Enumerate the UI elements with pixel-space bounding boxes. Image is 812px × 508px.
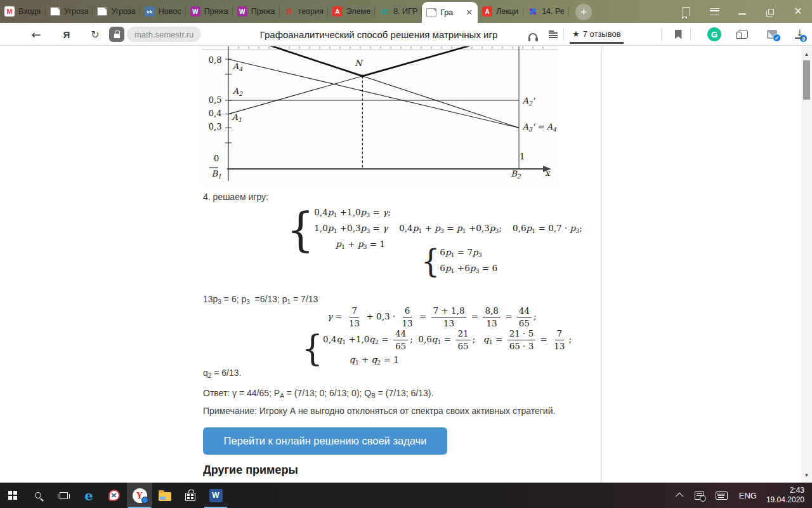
taskbar-search-button[interactable] <box>25 483 51 508</box>
brace: { <box>421 246 440 277</box>
tab-label: 8. ИГР <box>393 7 417 16</box>
downloads-button[interactable]: 9 <box>790 23 807 46</box>
browser-menu-button[interactable] <box>700 0 728 23</box>
chart-label: 1 <box>520 152 525 161</box>
tab-label: теория <box>298 7 324 16</box>
chart-label: B1​ <box>211 169 221 180</box>
tray-notes-button[interactable] <box>689 483 710 508</box>
taskbar-word-button[interactable]: W <box>203 483 228 508</box>
close-icon: ✕ <box>794 6 802 17</box>
chart-label: 0 <box>214 154 219 163</box>
chart-label: N <box>355 58 363 68</box>
game-theory-chart: 0,8A4​A2​0,50,4A1​0,30B1​NA2​'A3​' = A4​… <box>202 46 558 184</box>
scroll-up-arrow[interactable]: ▲ <box>801 49 812 59</box>
tray-overflow-button[interactable] <box>672 483 689 508</box>
gamma-equation: γ = 713 + 0,3 · 613 = 7 + 1,813 = 8,813 … <box>327 305 537 329</box>
minimize-icon <box>738 13 746 15</box>
wb-favicon-icon: W <box>237 6 247 17</box>
task-view-button[interactable] <box>51 483 76 508</box>
edge-icon: e <box>84 488 93 504</box>
tab-7[interactable]: Ятеория <box>280 0 328 23</box>
tab-6[interactable]: WПряжа <box>233 0 280 23</box>
tab-12[interactable]: 14. Ре <box>523 0 569 23</box>
tab-1[interactable]: MВходя <box>0 0 46 23</box>
tab-11[interactable]: AЛекци <box>478 0 523 23</box>
microsoft-store-icon <box>185 493 195 501</box>
tab-close-icon[interactable]: ✕ <box>465 8 473 17</box>
back-button[interactable]: ← <box>27 23 46 46</box>
refresh-button[interactable]: ↻ <box>86 23 105 46</box>
yandex-logo-button[interactable]: Я <box>57 23 76 46</box>
chart-label: 0,5 <box>209 95 222 105</box>
listen-button[interactable] <box>524 23 542 46</box>
word-icon: W <box>209 489 223 502</box>
chart-label: A3​' = A4​' <box>521 122 558 133</box>
scroll-down-arrow[interactable]: ▼ <box>801 470 812 480</box>
notification-doc-icon <box>695 491 704 500</box>
clock[interactable]: 2:43 19.04.2020 <box>763 486 812 505</box>
tab-10[interactable]: Гра✕ <box>422 2 478 23</box>
window-controls: ✕ <box>672 0 812 23</box>
scrollbar-thumb[interactable] <box>803 60 810 100</box>
toolbar-divider <box>661 23 662 46</box>
maximize-button[interactable] <box>756 0 784 23</box>
chart-label: A1​ <box>231 112 241 123</box>
pin-favicon-icon <box>528 6 538 17</box>
language-indicator[interactable]: ENG <box>733 483 763 508</box>
tab-9[interactable]: π8. ИГР <box>375 0 422 23</box>
brace: { <box>287 206 314 253</box>
taskbar-explorer-button[interactable] <box>152 483 178 508</box>
reader-mode-icon <box>549 30 558 38</box>
taskbar-edge-button[interactable]: e <box>76 483 102 508</box>
screenshot-extension-button[interactable]: ✓ <box>764 23 780 46</box>
toolbar-divider <box>690 23 691 46</box>
star-icon: ★ <box>572 29 580 39</box>
chart-label: x <box>545 168 551 178</box>
tab-5[interactable]: WПряжа <box>186 0 233 23</box>
download-icon: 9 <box>795 30 802 39</box>
tray-date: 19.04.2020 <box>766 495 804 505</box>
page-scrollbar[interactable]: ▲ ▼ <box>801 46 812 483</box>
tab-2[interactable]: Угроза <box>46 0 93 23</box>
page-favicon-icon <box>426 8 436 17</box>
refresh-icon: ↻ <box>91 29 99 41</box>
chart-label: 0,4 <box>209 109 222 118</box>
reader-mode-button[interactable] <box>544 23 562 46</box>
tab-8[interactable]: AЭлеме <box>328 0 375 23</box>
restore-icon <box>768 9 774 15</box>
screenshot-icon: ✓ <box>767 30 777 39</box>
tab-label: Угроза <box>111 7 135 16</box>
taskbar-yandex-browser-button[interactable]: Y <box>127 483 152 508</box>
solution-line-p: 13p3 = 6; p3 =6/13; p1 = 7/13 <box>203 294 318 305</box>
reviews-button[interactable]: ★7 отзывов <box>570 23 624 46</box>
tab-label: Лекци <box>496 7 519 16</box>
hamburger-menu-icon <box>710 8 719 15</box>
pdf-favicon-icon: A <box>332 6 343 17</box>
sidebar-panel-button[interactable] <box>672 0 700 23</box>
start-button[interactable] <box>0 483 25 508</box>
close-button[interactable]: ✕ <box>784 0 812 23</box>
chart-label: B2​ <box>511 169 521 180</box>
tab-strip: MВходяУгрозаУгрозаvkНовосWПряжаWПряжаЯте… <box>0 0 569 23</box>
equation-system-2: { 6p1 = 7p3 6p1 +6p3 = 6 <box>421 246 497 277</box>
snipping-tool-icon <box>108 490 120 501</box>
tray-keyboard-button[interactable] <box>710 483 733 508</box>
minimize-button[interactable] <box>728 0 756 23</box>
task-view-icon <box>60 492 68 499</box>
site-security-chip[interactable] <box>109 23 124 46</box>
extension-button[interactable] <box>735 23 751 46</box>
grammarly-extension-button[interactable]: G <box>706 23 723 46</box>
reviews-label: 7 отзывов <box>583 29 621 39</box>
step-label: 4. решаем игру: <box>203 192 268 202</box>
new-tab-button[interactable]: + <box>575 4 592 20</box>
taskbar-store-button[interactable] <box>178 483 203 508</box>
pi-favicon-icon: π <box>379 6 390 17</box>
lock-icon <box>114 34 120 38</box>
solve-online-button[interactable]: Перейти к онлайн решению своей задачи <box>203 427 447 455</box>
bookmark-button[interactable] <box>670 23 686 46</box>
tab-label: Элеме <box>346 7 370 16</box>
browser-tab-bar: MВходяУгрозаУгрозаvkНовосWПряжаWПряжаЯте… <box>0 0 812 23</box>
taskbar-snipping-button[interactable] <box>102 483 127 508</box>
tab-4[interactable]: vkНовос <box>140 0 186 23</box>
tab-3[interactable]: Угроза <box>93 0 140 23</box>
